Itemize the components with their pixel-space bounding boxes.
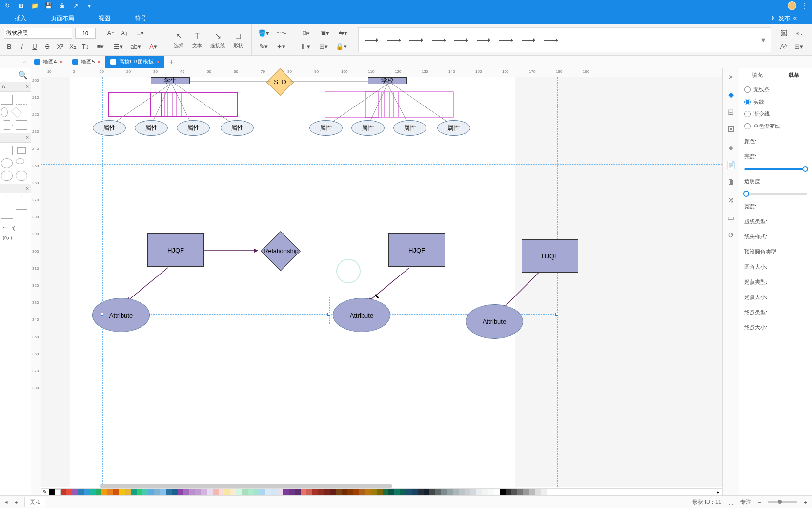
color-swatch[interactable] xyxy=(160,489,166,495)
color-swatch[interactable] xyxy=(482,489,488,495)
color-swatch[interactable] xyxy=(359,489,365,495)
entity-hjqf-1[interactable]: HJQF xyxy=(147,233,204,267)
more-icon[interactable]: ▾ xyxy=(86,2,93,9)
color-swatch[interactable] xyxy=(336,489,342,495)
effects-icon[interactable]: ✦▾ xyxy=(273,41,289,52)
color-swatch[interactable] xyxy=(365,489,371,495)
text-dir-icon[interactable]: T↕ xyxy=(80,41,91,52)
color-swatch[interactable] xyxy=(453,489,459,495)
color-swatch[interactable] xyxy=(330,489,336,495)
share-button[interactable]: ∝ xyxy=(793,15,797,21)
color-swatch[interactable] xyxy=(342,489,347,495)
page-tab[interactable]: 页-1 xyxy=(24,497,45,507)
color-swatch[interactable] xyxy=(535,489,541,495)
color-more-icon[interactable]: ▸ xyxy=(714,489,722,495)
color-swatch[interactable] xyxy=(400,489,406,495)
image-panel-icon[interactable]: 🖼 xyxy=(726,124,736,135)
shape-group-header[interactable]: × xyxy=(0,184,31,193)
color-swatch[interactable] xyxy=(517,489,523,495)
fill-icon[interactable]: 🪣▾ xyxy=(256,28,271,39)
color-swatch[interactable] xyxy=(383,489,388,495)
font-family-select[interactable] xyxy=(4,28,72,39)
connector-tool[interactable]: ↘连接线 xyxy=(206,30,229,50)
color-swatch[interactable] xyxy=(289,489,295,495)
color-swatch[interactable] xyxy=(347,489,353,495)
color-swatch[interactable] xyxy=(102,489,107,495)
entity-student[interactable]: 学生 xyxy=(151,77,190,84)
color-swatch[interactable] xyxy=(277,489,283,495)
text-tool[interactable]: T文本 xyxy=(188,30,206,50)
add-tab-button[interactable]: + xyxy=(164,58,179,66)
color-swatch[interactable] xyxy=(388,489,394,495)
shape-cloud[interactable] xyxy=(16,171,27,181)
color-swatch[interactable] xyxy=(324,489,330,495)
color-swatch[interactable] xyxy=(107,489,113,495)
horizontal-scrollbar[interactable] xyxy=(100,484,392,488)
line-color-icon[interactable]: ✎▾ xyxy=(256,41,271,52)
opacity-slider[interactable] xyxy=(744,193,807,195)
open-icon[interactable]: 📁 xyxy=(31,2,38,9)
layers-panel-icon[interactable]: ◈ xyxy=(726,142,736,152)
color-swatch[interactable] xyxy=(265,489,271,495)
color-swatch[interactable] xyxy=(178,489,183,495)
color-swatch[interactable] xyxy=(90,489,96,495)
color-swatch[interactable] xyxy=(154,489,160,495)
layout-panel-icon[interactable]: ⊞ xyxy=(726,106,736,117)
color-swatch[interactable] xyxy=(189,489,195,495)
attribute-ellipse[interactable]: 属性 xyxy=(351,120,385,136)
color-swatch[interactable] xyxy=(529,489,535,495)
shape-triangle[interactable] xyxy=(16,196,27,206)
arrow-style-7[interactable] xyxy=(499,40,513,41)
font-color-icon[interactable]: A▾ xyxy=(145,41,161,52)
color-swatch[interactable] xyxy=(394,489,400,495)
color-swatch[interactable] xyxy=(236,489,242,495)
color-swatch[interactable] xyxy=(494,489,500,495)
color-swatch[interactable] xyxy=(523,489,529,495)
shape-diamond[interactable] xyxy=(11,107,22,118)
close-group-icon[interactable]: × xyxy=(26,186,29,191)
decrease-font-icon[interactable]: A↓ xyxy=(119,28,130,39)
history-panel-icon[interactable]: ↺ xyxy=(726,230,736,240)
shape-ellipse[interactable] xyxy=(1,107,8,117)
entity-hjqf-3[interactable]: HJQF xyxy=(522,239,578,273)
menu-symbol[interactable]: 符号 xyxy=(135,14,146,22)
color-swatch[interactable] xyxy=(131,489,137,495)
color-swatch[interactable] xyxy=(84,489,90,495)
eyedropper-icon[interactable]: ✎ xyxy=(41,489,49,495)
color-swatch[interactable] xyxy=(137,489,142,495)
shape-connector[interactable] xyxy=(16,209,27,219)
relationship-diamond[interactable] xyxy=(261,231,301,271)
attribute-ellipse[interactable]: 属性 xyxy=(135,120,168,136)
color-swatch[interactable] xyxy=(283,489,289,495)
attribute-ellipse[interactable]: 属性 xyxy=(309,120,343,136)
color-swatch[interactable] xyxy=(96,489,102,495)
color-swatch[interactable] xyxy=(377,489,383,495)
color-swatch[interactable] xyxy=(113,489,119,495)
subscript-icon[interactable]: X₂ xyxy=(67,41,78,52)
attribute-ellipse[interactable]: 属性 xyxy=(221,120,254,136)
attribute-ellipse[interactable]: 属性 xyxy=(437,120,470,136)
color-swatch[interactable] xyxy=(312,489,318,495)
color-swatch[interactable] xyxy=(55,489,61,495)
focus-button[interactable]: 专注 xyxy=(740,498,751,506)
entity-school[interactable]: 学校 xyxy=(368,77,407,84)
export-icon[interactable]: ↗ xyxy=(72,2,79,9)
color-swatch[interactable] xyxy=(148,489,154,495)
shape-tool[interactable]: □形状 xyxy=(229,30,247,50)
color-swatch[interactable] xyxy=(511,489,517,495)
line-opt-none[interactable]: 无线条 xyxy=(744,86,807,93)
color-swatch[interactable] xyxy=(207,489,213,495)
flip-icon[interactable]: ⇋▾ xyxy=(335,28,351,39)
color-swatch[interactable] xyxy=(406,489,412,495)
zoom-in-icon[interactable]: + xyxy=(804,499,807,505)
attribute-big-2[interactable]: Attribute xyxy=(333,298,390,332)
shape-rect[interactable] xyxy=(16,95,27,105)
shape-triangle[interactable] xyxy=(1,196,13,206)
expand-panel-icon[interactable]: » xyxy=(726,71,736,82)
close-group-icon[interactable]: × xyxy=(26,135,29,140)
entity-hjqf-2[interactable]: HJQF xyxy=(388,233,445,267)
text-format-icon[interactable]: Aᴬ xyxy=(778,41,789,52)
line-spacing-icon[interactable]: ≡▾ xyxy=(93,41,108,52)
arrow-style-4[interactable] xyxy=(432,40,446,41)
shape-double-rect[interactable] xyxy=(16,146,27,155)
